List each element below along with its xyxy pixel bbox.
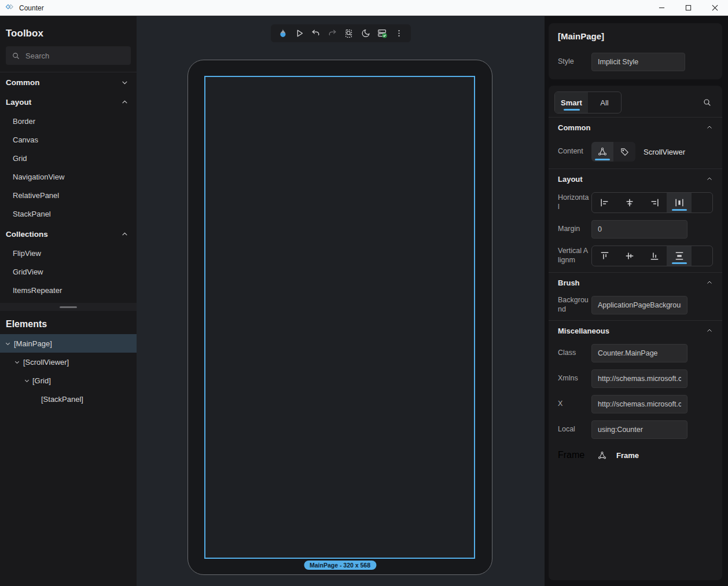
chevron-up-icon [121, 230, 128, 238]
tree-item-scrollviewer[interactable]: [ScrollViewer] [0, 353, 137, 371]
vertical-alignment-group [591, 246, 713, 266]
section-brush[interactable]: Brush [549, 274, 722, 291]
chevron-up-icon [706, 327, 713, 334]
selection-header: [MainPage] [558, 31, 713, 41]
selection-size-label: MainPage - 320 x 568 [304, 561, 376, 570]
undo-icon[interactable] [308, 26, 323, 41]
window-title: Counter [19, 4, 44, 12]
section-common[interactable]: Common [549, 119, 722, 136]
section-layout[interactable]: Layout [549, 170, 722, 188]
toolbox-item-flipview[interactable]: FlipView [0, 244, 137, 262]
zoom-selection-icon[interactable] [341, 26, 356, 41]
toolbox-section-common[interactable]: Common [0, 72, 137, 92]
divider [549, 117, 722, 118]
titlebar: Counter [0, 0, 728, 16]
background-label: Background [558, 296, 591, 314]
vertical-alignment-label: Vertical Alignm [558, 247, 591, 265]
design-canvas[interactable]: MainPage - 320 x 568 [137, 16, 545, 586]
toolbox-title: Toolbox [0, 16, 137, 39]
align-center-horizontal-button[interactable] [617, 193, 642, 213]
align-stretch-horizontal-button[interactable] [667, 193, 692, 213]
page-design-surface[interactable] [204, 76, 475, 559]
tree-item-grid[interactable]: [Grid] [0, 371, 137, 390]
tab-smart[interactable]: Smart [555, 92, 588, 113]
content-tag-mode-button[interactable] [613, 142, 635, 162]
align-bottom-button[interactable] [642, 246, 667, 266]
chevron-down-icon[interactable] [14, 359, 20, 365]
properties-search-icon[interactable] [703, 98, 712, 107]
divider [549, 169, 722, 169]
local-namespace-label: Local [558, 425, 591, 434]
app-window: Counter Toolbox Common [0, 0, 728, 586]
search-input[interactable] [25, 52, 127, 60]
margin-input[interactable] [591, 220, 687, 239]
background-input[interactable] [591, 296, 687, 314]
chevron-down-icon[interactable] [24, 378, 30, 384]
frame-value[interactable]: Frame [616, 451, 639, 460]
align-right-button[interactable] [642, 193, 667, 213]
hot-reload-flame-icon[interactable] [275, 26, 290, 41]
class-input[interactable] [591, 344, 687, 362]
panel-splitter[interactable] [0, 303, 137, 311]
toolbox-item-stackpanel[interactable]: StackPanel [0, 204, 137, 223]
toolbox-item-canvas[interactable]: Canvas [0, 130, 137, 149]
align-center-vertical-button[interactable] [617, 246, 642, 266]
chevron-down-icon [121, 79, 128, 86]
content-label: Content [558, 147, 591, 156]
selection-card: [MainPage] Style [549, 23, 722, 79]
content-value[interactable]: ScrollViewer [644, 148, 685, 156]
more-options-kebab-icon[interactable] [392, 26, 407, 41]
toolbox-panel: Toolbox Common Layout Border Canvas Grid [0, 16, 137, 586]
chevron-down-icon[interactable] [5, 340, 11, 347]
frame-label: Frame [558, 450, 591, 460]
chevron-up-icon [121, 98, 128, 106]
toolbox-item-grid[interactable]: Grid [0, 149, 137, 167]
theme-toggle-moon-icon[interactable] [358, 26, 373, 41]
close-button[interactable] [701, 0, 728, 16]
inspector-panel: [MainPage] Style Smart All [545, 16, 728, 586]
toolbox-item-border[interactable]: Border [0, 112, 137, 130]
chevron-up-icon [706, 175, 713, 182]
margin-label: Margin [558, 225, 591, 234]
tree-item-stackpanel[interactable]: [StackPanel] [0, 390, 137, 408]
toolbox-item-relativepanel[interactable]: RelativePanel [0, 186, 137, 204]
section-miscellaneous[interactable]: Miscellaneous [549, 322, 722, 339]
redo-icon[interactable] [325, 26, 340, 41]
tab-all[interactable]: All [588, 92, 621, 113]
properties-card: Smart All Common [549, 86, 722, 580]
align-top-button[interactable] [592, 246, 617, 266]
horizontal-alignment-group [591, 192, 713, 213]
toolbox-item-gridview[interactable]: GridView [0, 262, 137, 281]
tree-item-mainpage[interactable]: [MainPage] [0, 334, 137, 353]
search-icon [12, 52, 20, 60]
designer-toolbar [271, 24, 411, 42]
horizontal-alignment-label: Horizontal [558, 193, 591, 211]
x-namespace-label: X [558, 400, 591, 409]
toolbox-search[interactable] [6, 46, 131, 65]
align-left-button[interactable] [592, 193, 617, 213]
xmlns-input[interactable] [591, 369, 687, 388]
content-element-mode-button[interactable] [591, 142, 613, 162]
toolbox-item-navigationview[interactable]: NavigationView [0, 167, 137, 186]
elements-title: Elements [0, 311, 137, 329]
app-logo-icon [5, 3, 14, 13]
local-namespace-input[interactable] [591, 420, 687, 439]
style-input[interactable] [591, 53, 685, 71]
elements-tree: [MainPage] [ScrollViewer] [Grid] [StackP… [0, 334, 137, 408]
class-label: Class [558, 349, 591, 358]
toolbox-section-collections[interactable]: Collections [0, 224, 137, 244]
x-namespace-input[interactable] [591, 395, 687, 413]
play-icon[interactable] [292, 26, 307, 41]
style-label: Style [558, 57, 591, 67]
properties-tabs: Smart All [554, 91, 716, 113]
toolbox-item-itemsrepeater[interactable]: ItemsRepeater [0, 281, 137, 299]
chevron-up-icon [706, 279, 713, 286]
minimize-button[interactable] [648, 0, 675, 16]
devserver-connected-icon[interactable] [375, 26, 390, 41]
toolbox-section-layout[interactable]: Layout [0, 92, 137, 112]
align-stretch-vertical-button[interactable] [667, 246, 692, 266]
maximize-button[interactable] [675, 0, 701, 16]
divider [549, 272, 722, 273]
device-frame: MainPage - 320 x 568 [187, 60, 492, 575]
xmlns-label: Xmlns [558, 374, 591, 383]
